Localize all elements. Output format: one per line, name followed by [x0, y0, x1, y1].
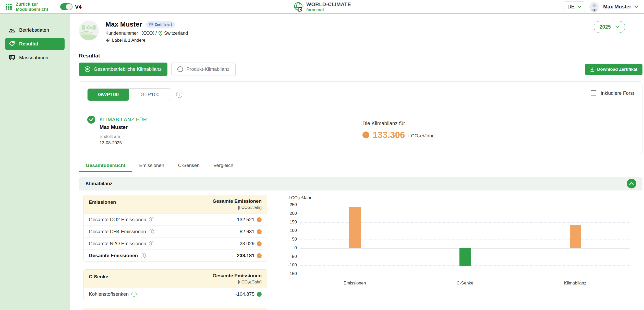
chart-bar-emissionen	[349, 207, 361, 248]
radio-dot	[85, 66, 90, 72]
info-icon[interactable]: i	[149, 229, 154, 234]
page: { "colors": { "primary_green": "#2e9e49"…	[0, 0, 644, 310]
language-value: DE	[567, 4, 575, 10]
table-col-header: Gesamte Emissionen [t CO₂e/Jahr]	[213, 273, 262, 284]
chart-y-tick-label: 250	[286, 202, 297, 207]
presentation-icon	[9, 54, 15, 61]
language-select[interactable]: DE	[564, 1, 585, 12]
chevron-up-icon	[629, 182, 634, 185]
radio-label: Produkt-Klimabilanz	[186, 66, 229, 72]
emissions-table: Emissionen Gesamte Emissionen [t CO₂e/Ja…	[83, 195, 267, 262]
header-divider	[70, 48, 644, 48]
tab-gesamtuebersicht[interactable]: Gesamtübersicht	[79, 160, 132, 172]
include-forest-option: Inkludiere Forst	[591, 90, 634, 96]
labels-line: Label & 1 Andere	[105, 38, 188, 43]
version-toggle[interactable]	[60, 3, 72, 10]
farm-illustration-icon	[79, 20, 99, 40]
table-row: Gesamte CH4 Emissioneni 82.631↑	[84, 225, 267, 237]
balance-info: KLIMABILANZ FÜR Max Muster Erstellt am 1…	[87, 116, 634, 146]
segment-gwp100[interactable]: GWP100	[88, 89, 129, 101]
row-label: Gesamte CO2 Emissionen	[89, 217, 146, 222]
info-icon[interactable]: i	[131, 292, 137, 297]
info-icon[interactable]: i	[141, 253, 146, 258]
toggle-knob	[66, 4, 72, 10]
radio-gesamtbetriebliche-klimabilanz[interactable]: Gesamtbetriebliche Klimabilanz	[79, 63, 167, 76]
balance-summary: Die Klimabilanz für ↑ 133.306 t CO₂e/Jah…	[362, 121, 434, 140]
created-label: Erstellt am	[100, 134, 147, 139]
info-icon[interactable]: i	[149, 241, 154, 246]
chart-y-tick-label: 0	[286, 245, 297, 251]
top-bar: Zurück zur Modulübersicht V4 WORLD-CLIMA…	[0, 0, 644, 14]
col-header-text: Gesamte Emissionen	[213, 273, 262, 279]
radio-produkt-klimabilanz[interactable]: Produkt-Klimabilanz	[171, 63, 236, 76]
info-icon[interactable]: i	[149, 217, 154, 222]
metric-info-icon[interactable]: i	[176, 92, 182, 98]
klimabilanz-table: Klimabilanz Gesamte Emissionen	[83, 308, 267, 310]
download-label: Download Zertifikat	[597, 67, 637, 72]
col-header-text: Gesamte Emissionen	[213, 198, 262, 204]
table-title: Emissionen	[89, 198, 116, 210]
table-row: Kohlenstoffsenkeni -104.875↓	[84, 288, 267, 300]
user-avatar[interactable]	[589, 2, 599, 12]
logo-subtitle: farm tool	[306, 8, 351, 12]
tab-emissionen[interactable]: Emissionen	[132, 160, 171, 172]
back-to-modules-link[interactable]: Zurück zur Modulübersicht	[16, 2, 57, 11]
table-col-header: Gesamte Emissionen [t CO₂e/Jahr]	[213, 198, 262, 210]
user-menu[interactable]: Max Muster	[603, 4, 638, 10]
profile-name: Max Muster	[105, 20, 142, 28]
labels-text: Label & 1 Andere	[112, 38, 145, 43]
table-header: Klimabilanz Gesamte Emissionen	[84, 308, 267, 310]
chart-x-tick-label: C-Senke	[440, 281, 491, 286]
table-header: Emissionen Gesamte Emissionen [t CO₂e/Ja…	[84, 195, 267, 213]
apps-grid-icon[interactable]	[6, 4, 12, 10]
summary-value-row: ↑ 133.306 t CO₂e/Jahr	[362, 130, 434, 140]
sidebar-item-massnahmen[interactable]: Massnahmen	[5, 52, 65, 64]
download-certificate-button[interactable]: Download Zertifikat	[585, 64, 642, 75]
include-forest-label: Inkludiere Forst	[601, 90, 634, 96]
radio-dot	[177, 66, 183, 72]
table-title: C-Senke	[89, 273, 108, 284]
chart-y-tick-label: -100	[286, 263, 297, 268]
table-row: Gesamte CO2 Emissioneni 132.521↑	[84, 213, 267, 225]
country-label: Switzerland	[164, 31, 188, 36]
summary-value: 133.306	[373, 130, 405, 140]
created-date: 13-08-2025	[100, 140, 147, 146]
klimabilanz-panel: Klimabilanz Emissionen	[79, 177, 642, 310]
row-value: -104.875	[235, 291, 254, 297]
panel-body: Emissionen Gesamte Emissionen [t CO₂e/Ja…	[79, 190, 642, 310]
sidebar-item-betriebsdaten[interactable]: Betriebsdaten	[5, 24, 65, 36]
checkmark-icon	[89, 118, 93, 121]
arrow-up-icon: ↑	[257, 241, 262, 246]
logo: WORLD-CLIMATE farm tool	[293, 2, 351, 12]
collapse-panel-button[interactable]	[627, 179, 636, 188]
label-tag-icon	[105, 38, 110, 43]
sidebar-item-label: Resultat	[19, 41, 38, 47]
chart-x-tick-label: Emissionen	[329, 281, 380, 286]
year-select[interactable]: 2025	[594, 21, 625, 33]
chart-y-tick-label: 50	[286, 237, 297, 242]
year-value: 2025	[600, 24, 611, 30]
customer-line: Kundennummer : XXXX / Switzerland	[105, 31, 188, 36]
row-value: 82.631	[240, 229, 254, 234]
location-pin-icon	[159, 31, 162, 36]
logo-title: WORLD-CLIMATE	[306, 2, 351, 7]
include-forest-checkbox[interactable]	[591, 90, 596, 96]
summary-label: Die Klimabilanz für	[362, 121, 434, 126]
row-label: Gesamte Emissionen	[89, 253, 138, 258]
sidebar-item-resultat[interactable]: Resultat	[5, 38, 65, 50]
row-label: Gesamte CH4 Emissionen	[89, 229, 146, 234]
tab-vergleich[interactable]: Vergleich	[206, 160, 240, 172]
arrow-up-icon: ↑	[257, 229, 262, 234]
chevron-down-icon	[615, 26, 619, 28]
segment-gtp100[interactable]: GTP100	[129, 89, 171, 101]
result-tabs: Gesamtübersicht Emissionen C-Senken Verg…	[79, 160, 642, 172]
summary-unit: t CO₂e/Jahr	[408, 133, 434, 139]
row-label: Gesamte N2O Emissionen	[89, 241, 146, 246]
tab-c-senken[interactable]: C-Senken	[171, 160, 206, 172]
col-header-unit: [t CO₂e/Jahr]	[213, 280, 262, 284]
balance-heading: KLIMABILANZ FÜR	[100, 116, 147, 123]
table-header: C-Senke Gesamte Emissionen [t CO₂e/Jahr]	[84, 270, 267, 288]
chart: t CO₂e/Jahr 250200150100500-50-100-150Em…	[286, 195, 636, 297]
user-name: Max Muster	[603, 4, 631, 10]
arrow-up-icon: ↑	[257, 217, 262, 222]
